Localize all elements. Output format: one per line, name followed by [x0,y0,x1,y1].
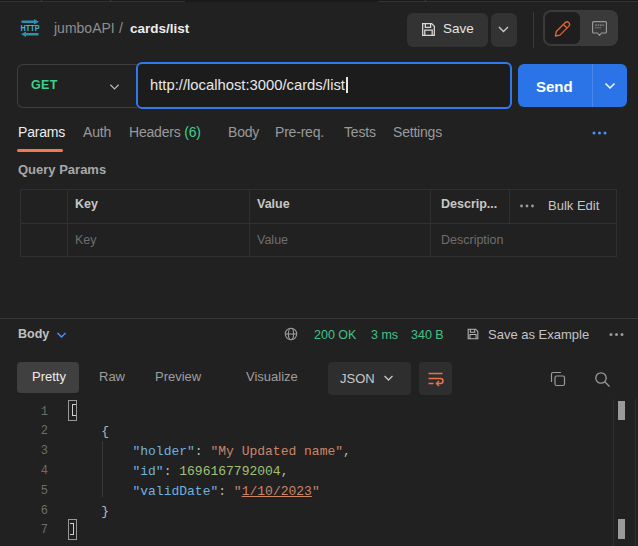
svg-text:HTTP: HTTP [21,23,40,33]
